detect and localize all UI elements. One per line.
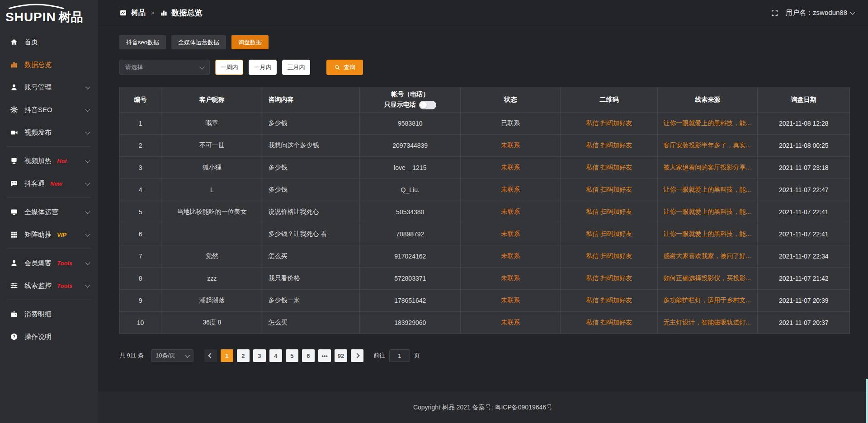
tab-douyin-seo-data[interactable]: 抖音seo数据 [119, 35, 166, 49]
sidebar-item-home[interactable]: 首页 [0, 31, 98, 53]
table-row: 3 狐小狸 多少钱 love__1215 未联系 私信 扫码加好友 被大家追着问… [120, 157, 850, 179]
chevron-down-icon [85, 282, 90, 287]
search-button[interactable]: 查询 [326, 60, 363, 75]
qrcode-links[interactable]: 私信 扫码加好友 [561, 290, 658, 312]
next-page-button[interactable] [351, 349, 363, 362]
qrcode-links[interactable]: 私信 扫码加好友 [561, 179, 658, 201]
sidebar-item-omnimedia-operation[interactable]: 全媒体运营 [0, 201, 98, 223]
qrcode-links[interactable]: 私信 扫码加好友 [561, 201, 658, 223]
sidebar-item-data-overview[interactable]: 数据总览 [0, 53, 98, 76]
qrcode-links[interactable]: 私信 扫码加好友 [561, 113, 658, 135]
source-link[interactable]: 让你一眼就爱上的黑科技，能... [658, 201, 758, 223]
page-button-3[interactable]: 3 [253, 349, 266, 362]
cell-date: 2021-11-07 21:42 [758, 268, 850, 290]
sidebar-item-lead-monitoring[interactable]: 线索监控 Tools [0, 274, 98, 297]
cell-date: 2021-11-07 23:18 [758, 157, 850, 179]
cell-no: 7 [120, 245, 161, 268]
range-month-button[interactable]: 一月内 [249, 60, 277, 75]
status-badge: 未联系 [461, 245, 561, 268]
fullscreen-icon[interactable] [771, 9, 778, 17]
tools-badge: Tools [57, 282, 72, 289]
cell-date: 2021-11-07 22:41 [758, 201, 850, 223]
prev-page-button[interactable] [204, 349, 217, 362]
sidebar-menu: 首页 数据总览 账号管理 [0, 26, 98, 348]
phone-only-toggle[interactable] [419, 101, 436, 109]
sidebar-item-label: 抖客通 [24, 179, 45, 188]
source-link[interactable]: 无主灯设计，智能磁吸轨道灯... [658, 312, 758, 334]
sidebar-item-label: 操作说明 [24, 333, 52, 341]
status-badge: 未联系 [461, 157, 561, 179]
sidebar-item-member-baoke[interactable]: 会员爆客 Tools [0, 252, 98, 274]
page-ellipsis[interactable]: ••• [318, 349, 331, 362]
page-button-2[interactable]: 2 [237, 349, 250, 362]
source-link[interactable]: 客厅安装投影半年多了，真实... [658, 135, 758, 157]
page-size-select[interactable]: 10条/页 [151, 349, 193, 362]
source-link[interactable]: 被大家追着问的客厅投影分享... [658, 157, 758, 179]
breadcrumb-root[interactable]: 树品 [131, 8, 146, 18]
cell-no: 5 [120, 201, 161, 223]
account-select[interactable]: 请选择 [119, 60, 210, 75]
range-week-button[interactable]: 一周内 [215, 60, 243, 75]
table-header-row: 编号 客户昵称 咨询内容 帐号（电话） 只显示电话 状态 [120, 87, 850, 113]
goto-prefix: 前往 [373, 352, 385, 360]
toggle-knob [420, 102, 427, 108]
qrcode-links[interactable]: 私信 扫码加好友 [561, 245, 658, 268]
goto-page: 前往 页 [373, 349, 420, 362]
source-link[interactable]: 如何正确选择投影仪，买投影... [658, 268, 758, 290]
cell-date: 2021-11-07 20:37 [758, 312, 850, 334]
table-row: 7 觉然 怎么买 917024162 未联系 私信 扫码加好友 感谢大家喜欢我家… [120, 245, 850, 268]
qrcode-links[interactable]: 私信 扫码加好友 [561, 312, 658, 334]
vip-badge: VIP [57, 231, 66, 238]
sidebar-item-consumption-details[interactable]: 消费明细 [0, 303, 98, 325]
topbar: 树品 > 数据总览 用户名：zswodun88 [98, 0, 868, 26]
page-button-5[interactable]: 5 [286, 349, 298, 362]
chevron-left-icon [208, 353, 213, 358]
qrcode-links[interactable]: 私信 扫码加好友 [561, 157, 658, 179]
qrcode-links[interactable]: 私信 扫码加好友 [561, 135, 658, 157]
user-menu[interactable]: 用户名：zswodun88 [786, 9, 854, 17]
col-status: 状态 [461, 87, 561, 113]
page-button-4[interactable]: 4 [269, 349, 282, 362]
sidebar-item-matrix-boost[interactable]: 矩阵助推 VIP [0, 223, 98, 246]
cell-no: 1 [120, 113, 161, 135]
goto-page-input[interactable] [389, 349, 410, 362]
status-badge: 未联系 [461, 179, 561, 201]
source-link[interactable]: 感谢大家喜欢我家，被问了好... [658, 245, 758, 268]
col-nickname: 客户昵称 [161, 87, 263, 113]
page-button-6[interactable]: 6 [302, 349, 315, 362]
chevron-down-icon [85, 231, 90, 236]
chevron-down-icon [184, 352, 189, 357]
source-link[interactable]: 让你一眼就爱上的黑科技，能... [658, 223, 758, 245]
source-link[interactable]: 多功能护栏灯，适用于乡村文... [658, 290, 758, 312]
sidebar-item-account-management[interactable]: 账号管理 [0, 76, 98, 99]
scrollbar[interactable] [866, 379, 868, 423]
qrcode-links[interactable]: 私信 扫码加好友 [561, 268, 658, 290]
status-badge: 未联系 [461, 223, 561, 245]
sidebar-item-instructions[interactable]: ? 操作说明 [0, 325, 98, 348]
member-icon [10, 259, 18, 267]
source-link[interactable]: 让你一眼就爱上的黑科技，能... [658, 179, 758, 201]
tab-omnimedia-data[interactable]: 全媒体运营数据 [171, 35, 226, 49]
page-button-1[interactable]: 1 [221, 349, 233, 362]
qrcode-links[interactable]: 私信 扫码加好友 [561, 223, 658, 245]
page-button-92[interactable]: 92 [335, 349, 347, 362]
cell-no: 10 [120, 312, 161, 334]
cell-date: 2021-11-08 00:25 [758, 135, 850, 157]
sidebar-item-douyin-seo[interactable]: 抖音SEO [0, 99, 98, 121]
sidebar-item-video-publish[interactable]: 视频发布 [0, 121, 98, 144]
cell-nickname: zzz [161, 268, 263, 290]
cell-date: 2021-11-07 20:39 [758, 290, 850, 312]
sidebar-item-video-heating[interactable]: 视频加热 Hot [0, 150, 98, 172]
bar-chart-icon [160, 9, 168, 17]
chevron-down-icon [199, 64, 204, 69]
breadcrumb-separator: > [151, 9, 155, 16]
table-row: 9 潮起潮落 多少钱一米 178651642 未联系 私信 扫码加好友 多功能护… [120, 290, 850, 312]
cell-no: 9 [120, 290, 161, 312]
source-link[interactable]: 让你一眼就爱上的黑科技，能... [658, 113, 758, 135]
range-quarter-button[interactable]: 三月内 [282, 60, 310, 75]
sidebar-item-douketong[interactable]: 抖客通 New [0, 172, 98, 195]
home-icon [10, 38, 18, 46]
tab-inquiry-data[interactable]: 询盘数据 [231, 35, 269, 49]
chat-bubble-icon [10, 179, 18, 188]
sidebar-item-label: 线索监控 [24, 282, 52, 290]
